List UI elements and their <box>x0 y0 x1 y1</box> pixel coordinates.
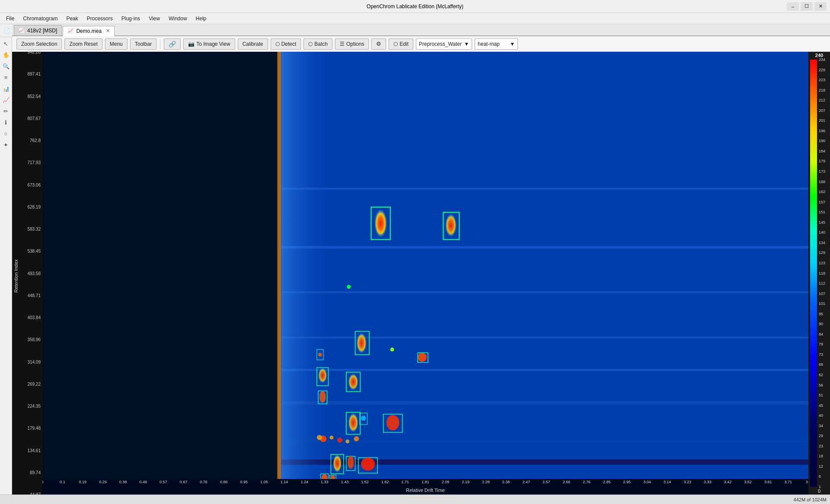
cs-label-8: 190 <box>819 139 825 143</box>
menu-view[interactable]: View <box>144 14 164 23</box>
tab-demo[interactable]: 📈 Demo.mea ✕ <box>63 26 115 36</box>
menu-button[interactable]: Menu <box>105 38 128 50</box>
cs-label-30: 68 <box>819 362 823 367</box>
cs-label-39: 18 <box>819 454 823 458</box>
menu-help[interactable]: Help <box>192 14 211 23</box>
svg-point-20 <box>418 353 427 362</box>
heatmap-area[interactable]: 00.10.190.290.380.480.570.670.760.860.95… <box>42 52 808 494</box>
preprocess-label: Preprocess_Water <box>419 41 462 47</box>
left-sidebar: ↖ ✋ 🔍 ≡ 📊 📈 ✏ ℹ ○ ✦ <box>0 37 12 494</box>
cs-label-22: 112 <box>819 281 825 285</box>
to-image-view-button[interactable]: 📷 To Image View <box>183 38 235 50</box>
cs-label-36: 34 <box>819 424 823 428</box>
cs-label-1: 229 <box>819 68 825 72</box>
x-label-2: 0.19 <box>79 480 86 484</box>
x-label-10: 0.95 <box>240 480 248 484</box>
svg-rect-1 <box>277 52 281 479</box>
x-label-6: 0.57 <box>160 480 167 484</box>
chart-container: Retention Index 942.28897.41852.54807.67… <box>12 52 830 494</box>
y-label-7: 628.19 <box>27 204 41 209</box>
x-label-1: 0.1 <box>60 480 65 484</box>
sidebar-extra[interactable]: ✦ <box>1 140 11 149</box>
menu-window[interactable]: Window <box>164 14 192 23</box>
x-label-9: 0.86 <box>220 480 228 484</box>
detect-button[interactable]: ⬡ Detect <box>271 38 301 50</box>
settings-icon-btn[interactable]: ⚙ <box>371 38 386 50</box>
cs-label-41: 6 <box>819 474 821 479</box>
x-label-14: 1.33 <box>321 480 329 484</box>
svg-point-42 <box>348 456 354 469</box>
colorscale-bar <box>810 60 817 487</box>
preprocess-dropdown[interactable]: Preprocess_Water ▼ <box>416 38 472 50</box>
options-button[interactable]: ☰ Options <box>335 38 369 50</box>
close-button[interactable]: ✕ <box>814 2 827 11</box>
memory-status: 442M of 1024M <box>794 497 827 502</box>
colorscale: 240 234229223218212207201196190184179173… <box>808 52 830 494</box>
sidebar-list[interactable]: ≡ <box>1 73 11 82</box>
x-label-18: 1.71 <box>402 480 409 484</box>
cs-label-29: 73 <box>819 352 823 357</box>
menu-processors[interactable]: Processors <box>83 14 117 23</box>
sidebar-zoomin[interactable]: 🔍 <box>1 61 11 71</box>
svg-point-34 <box>320 436 326 442</box>
edit-button[interactable]: ⬡ Edit <box>389 38 413 50</box>
cs-label-25: 95 <box>819 312 823 316</box>
to-image-view-icon: 📷 <box>188 41 195 47</box>
sidebar-chart[interactable]: 📊 <box>1 84 11 93</box>
x-label-4: 0.38 <box>119 480 127 484</box>
window-controls[interactable]: – ☐ ✕ <box>787 2 827 11</box>
menu-file[interactable]: File <box>2 14 19 23</box>
svg-point-40 <box>333 454 342 472</box>
x-label-36: 3.61 <box>764 480 772 484</box>
x-label-19: 1.81 <box>421 480 429 484</box>
toolbar-button[interactable]: Toolbar <box>130 38 156 50</box>
colormap-dropdown[interactable]: heat-map ▼ <box>475 38 518 50</box>
svg-point-51 <box>330 475 335 479</box>
colorscale-min: 0 <box>808 488 830 494</box>
statusbar: 442M of 1024M <box>0 494 830 504</box>
sidebar-draw[interactable]: ✏ <box>1 106 11 116</box>
svg-point-36 <box>337 437 342 443</box>
y-label-9: 538.45 <box>27 249 41 254</box>
y-label-0: 942.28 <box>27 50 41 54</box>
cs-label-10: 179 <box>819 159 825 163</box>
x-label-32: 3.23 <box>683 480 691 484</box>
link-icon-btn[interactable]: 🔗 <box>164 38 181 50</box>
tab-demo-close[interactable]: ✕ <box>106 28 110 34</box>
tb-new[interactable]: 📄 <box>2 26 12 35</box>
svg-rect-39 <box>331 454 344 474</box>
tab-demo-label: Demo.mea <box>76 28 102 34</box>
menu-peak[interactable]: Peak <box>62 14 82 23</box>
minimize-button[interactable]: – <box>787 2 799 11</box>
svg-rect-7 <box>281 369 808 371</box>
window-title: OpenChrom Lablicate Edition (McLafferty) <box>367 3 463 10</box>
y-label-12: 403.84 <box>27 315 41 320</box>
y-label-2: 852.54 <box>27 94 41 98</box>
x-label-23: 2.38 <box>502 480 510 484</box>
restore-button[interactable]: ☐ <box>801 2 813 11</box>
sep1 <box>160 39 160 49</box>
svg-point-37 <box>345 440 349 444</box>
sidebar-hand[interactable]: ✋ <box>1 50 11 60</box>
calibrate-button[interactable]: Calibrate <box>238 38 268 50</box>
zoom-reset-button[interactable]: Zoom Reset <box>64 38 102 50</box>
batch-button[interactable]: ⬡ Batch <box>303 38 332 50</box>
zoom-selection-button[interactable]: Zoom Selection <box>16 38 62 50</box>
x-label-13: 1.24 <box>300 480 308 484</box>
menu-plugins[interactable]: Plug-ins <box>117 14 144 23</box>
svg-rect-10 <box>281 460 808 465</box>
cs-label-38: 23 <box>819 444 823 448</box>
svg-rect-30 <box>383 414 402 432</box>
y-axis: Retention Index 942.28897.41852.54807.67… <box>12 52 42 494</box>
tab-418[interactable]: 📈 418v2 [MSD] <box>14 25 62 35</box>
edit-icon: ⬡ <box>393 41 398 47</box>
sidebar-pointer[interactable]: ↖ <box>1 39 11 48</box>
menu-chromatogram[interactable]: Chromatogram <box>19 14 62 23</box>
svg-point-25 <box>318 368 327 383</box>
sidebar-circle[interactable]: ○ <box>1 129 11 138</box>
svg-rect-24 <box>317 368 329 386</box>
x-label-21: 2.19 <box>462 480 469 484</box>
detect-icon: ⬡ <box>275 41 280 47</box>
sidebar-line[interactable]: 📈 <box>1 95 11 105</box>
sidebar-info[interactable]: ℹ <box>1 117 11 127</box>
